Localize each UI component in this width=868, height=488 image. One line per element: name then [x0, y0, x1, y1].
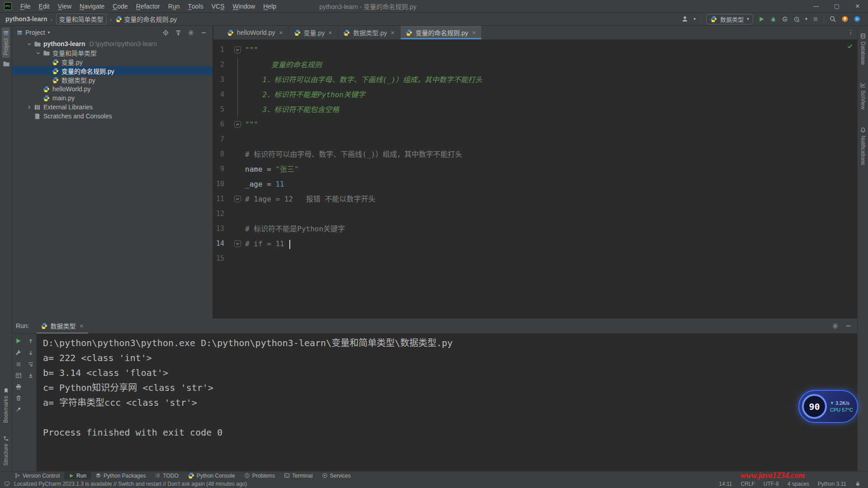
line-number[interactable]: 5: [213, 102, 225, 117]
menu-help[interactable]: Help: [259, 0, 280, 12]
select-opened-file-icon[interactable]: [162, 29, 169, 36]
hide-panel-icon[interactable]: [845, 323, 852, 329]
line-number[interactable]: 1: [213, 42, 225, 57]
tree-item-python3-learn[interactable]: python3-learnD:\python\python3-learn: [12, 39, 212, 48]
stripe-tab-structure[interactable]: Structure: [2, 433, 10, 469]
line-number[interactable]: 7: [213, 132, 225, 147]
minimize-button[interactable]: —: [806, 0, 826, 12]
line-number[interactable]: 2: [213, 57, 225, 72]
tree-item-External Libraries[interactable]: External Libraries: [12, 103, 212, 112]
editor-tab-helloWorld.py[interactable]: helloWorld.py: [222, 26, 289, 39]
line-number[interactable]: 15: [213, 251, 225, 266]
trash-icon[interactable]: [15, 395, 22, 401]
code-editor[interactable]: 1"""2 变量的命名规则3 1．标识符可以由字母、数字、下画线(_)）组成，其…: [213, 40, 857, 266]
status-widget-crlf[interactable]: CRLF: [741, 481, 755, 487]
tree-item-main.py[interactable]: main.py: [12, 94, 212, 103]
up-icon[interactable]: [28, 338, 34, 344]
close-icon[interactable]: [328, 30, 333, 35]
status-widget-python-3.11[interactable]: Python 3.11: [818, 481, 846, 487]
toolwindow-button-version-control[interactable]: Version Control: [10, 472, 64, 479]
maximize-button[interactable]: ▢: [826, 0, 847, 12]
code-line-1[interactable]: 1""": [213, 42, 857, 57]
close-button[interactable]: ✕: [847, 0, 868, 12]
stripe-tab-bookmarks[interactable]: Bookmarks: [2, 385, 10, 426]
close-icon[interactable]: [79, 324, 84, 328]
line-number[interactable]: 3: [213, 72, 225, 87]
profiler-button[interactable]: [793, 16, 800, 23]
code-line-5[interactable]: 5 3．标识符不能包含空格: [213, 102, 857, 117]
menu-refactor[interactable]: Refactor: [132, 0, 164, 12]
stripe-tab-database[interactable]: Database: [859, 30, 867, 67]
menu-file[interactable]: File: [16, 0, 35, 12]
stop-button[interactable]: [812, 16, 819, 22]
code-line-6[interactable]: 6""": [213, 117, 857, 132]
code-line-14[interactable]: 14# if = 11: [213, 236, 857, 251]
tree-item-变量和简单类型[interactable]: 变量和简单类型: [12, 48, 212, 57]
menu-window[interactable]: Window: [229, 0, 259, 12]
editor-tab-数据类型.py[interactable]: 数据类型.py: [338, 26, 401, 39]
line-number[interactable]: 6: [213, 117, 225, 132]
debug-button[interactable]: [770, 16, 777, 23]
toolwindow-button-services[interactable]: Services: [317, 472, 355, 479]
close-icon[interactable]: [278, 30, 283, 35]
line-number[interactable]: 8: [213, 147, 225, 162]
search-icon[interactable]: [829, 15, 836, 23]
toolwindow-button-python-packages[interactable]: Python Packages: [91, 472, 150, 479]
close-icon[interactable]: [390, 30, 395, 35]
code-line-2[interactable]: 2 变量的命名规则: [213, 57, 857, 72]
status-message[interactable]: Localized PyCharm 2023.1.3 is available …: [14, 481, 247, 487]
users-icon[interactable]: [681, 15, 689, 23]
tree-item-数据类型.py[interactable]: 数据类型.py: [12, 75, 212, 84]
menu-tools[interactable]: Tools: [184, 0, 208, 12]
line-number[interactable]: 11: [213, 192, 225, 206]
code-line-4[interactable]: 4 2．标识符不能是Python关键字: [213, 87, 857, 102]
stripe-tab-folder[interactable]: [2, 58, 10, 70]
line-number[interactable]: 10: [213, 177, 225, 192]
toolwindow-button-run[interactable]: Run: [64, 472, 91, 479]
fold-marker-close[interactable]: [234, 121, 241, 128]
line-number[interactable]: 4: [213, 87, 225, 102]
menu-vcs[interactable]: VCS: [208, 0, 229, 12]
run-tab[interactable]: 数据类型: [37, 319, 88, 333]
code-line-10[interactable]: 10_age = 11: [213, 177, 857, 192]
stripe-tab-project[interactable]: Project: [2, 28, 10, 58]
code-line-13[interactable]: 13# 标识符不能是Python关键字: [213, 221, 857, 236]
menu-edit[interactable]: Edit: [35, 0, 54, 12]
fold-marker-open[interactable]: [234, 240, 241, 247]
status-widget-utf-8[interactable]: UTF-8: [764, 481, 779, 487]
menu-navigate[interactable]: Navigate: [75, 0, 108, 12]
editor-tab-变量的命名规则.py[interactable]: 变量的命名规则.py: [401, 26, 482, 39]
collapse-all-icon[interactable]: [175, 29, 182, 36]
status-widget-14:11[interactable]: 14:11: [719, 481, 732, 487]
softwrap-icon[interactable]: [28, 361, 34, 367]
event-log-icon[interactable]: [4, 481, 10, 487]
status-widget-4-spaces[interactable]: 4 spaces: [788, 481, 809, 487]
tree-item-helloWorld.py[interactable]: helloWorld.py: [12, 84, 212, 94]
run-configuration-select[interactable]: 数据类型▾: [706, 14, 753, 24]
tree-item-变量.py[interactable]: 变量.py: [12, 57, 212, 66]
editor-tab-变量.py[interactable]: 变量.py: [289, 26, 339, 39]
layout-icon[interactable]: [15, 372, 22, 379]
toolwindow-button-problems[interactable]: Problems: [240, 472, 280, 479]
stripe-tab-sciview[interactable]: SciView: [859, 79, 867, 112]
line-number[interactable]: 12: [213, 206, 225, 221]
toolwindow-button-terminal[interactable]: Terminal: [279, 472, 317, 479]
code-line-15[interactable]: 15: [213, 251, 857, 266]
code-line-12[interactable]: 12: [213, 206, 857, 221]
breadcrumb-segment[interactable]: 变量的命名规则.py: [115, 14, 177, 23]
update-available-icon[interactable]: [841, 15, 849, 23]
lock-icon[interactable]: [855, 481, 861, 487]
line-number[interactable]: 9: [213, 162, 225, 177]
code-line-9[interactable]: 9name = "张三": [213, 162, 857, 177]
project-panel-title[interactable]: Project: [25, 29, 45, 36]
ide-features-icon[interactable]: [854, 15, 861, 23]
code-line-3[interactable]: 3 1．标识符可以由字母、数字、下画线(_)）组成，其中数字不能打头: [213, 72, 857, 87]
breadcrumb-segment[interactable]: python3-learn: [5, 15, 47, 23]
tree-item-变量的命名规则.py[interactable]: 变量的命名规则.py: [12, 66, 212, 75]
chevron-right-icon[interactable]: [25, 104, 33, 110]
wrench-icon[interactable]: [15, 349, 22, 356]
scrollend-icon[interactable]: [28, 372, 34, 379]
rerun-icon[interactable]: [15, 338, 22, 344]
breadcrumb-segment[interactable]: 变量和简单类型: [56, 14, 107, 24]
stripe-tab-notifications[interactable]: Notifications: [859, 124, 867, 168]
